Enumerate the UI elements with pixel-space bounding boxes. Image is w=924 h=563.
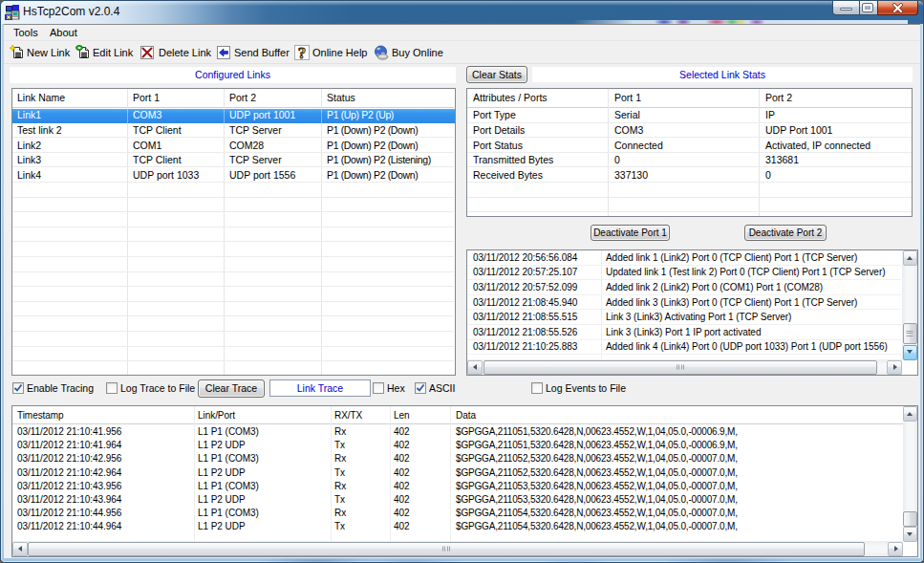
svg-text:?: ? — [298, 45, 307, 60]
